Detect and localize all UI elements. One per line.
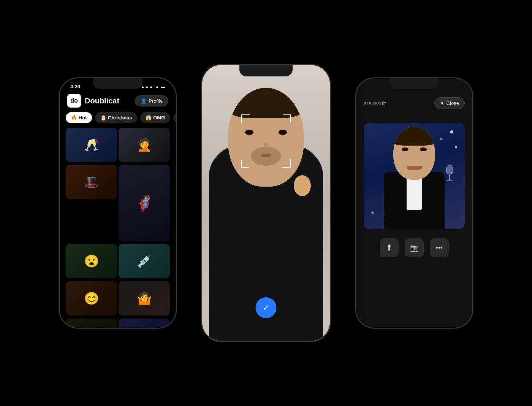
glass-stem — [449, 174, 450, 180]
cat-ear — [294, 175, 311, 196]
light-2 — [440, 138, 442, 140]
meme-cell-5[interactable]: 😮 — [66, 244, 117, 278]
meme-img-7: 😊 — [66, 281, 117, 316]
phone-middle: ✓ — [201, 64, 331, 342]
meme-cell-3[interactable]: 🎩 — [66, 165, 117, 199]
meme-cell-1[interactable]: 🥂 — [66, 128, 117, 162]
close-button[interactable]: ✕ Close — [434, 97, 465, 109]
tab-omg[interactable]: 😱 OMG — [140, 112, 170, 123]
result-eye-l — [402, 147, 408, 151]
tab-cool[interactable]: 😎 C — [173, 112, 176, 123]
meme-grid: 🥂 🤦 🎩 🦸 — [60, 128, 176, 328]
instagram-icon: 📷 — [410, 244, 418, 252]
checkmark-icon: ✓ — [263, 303, 269, 313]
meme-img-1: 🥂 — [66, 128, 117, 162]
app-name: Doublicat — [85, 97, 119, 105]
confirm-button[interactable]: ✓ — [256, 297, 277, 318]
result-image — [364, 123, 465, 229]
screen-right: are result ✕ Close — [356, 78, 472, 328]
notch-right — [390, 78, 439, 89]
eye-left — [245, 130, 253, 135]
meme-img-6: 💉 — [119, 244, 170, 278]
phone-left: 4:20 ▲▲▲ ▲ ▬ do Doublicat 👤 Profile — [59, 78, 177, 328]
meme-img-2: 🤦 — [119, 128, 170, 162]
meme-cell-9[interactable]: 😤 — [66, 319, 117, 328]
camera-view: ✓ — [202, 65, 330, 341]
facebook-button[interactable]: f — [380, 238, 399, 257]
share-text: are result — [364, 100, 386, 106]
meme-img-5: 😮 — [66, 244, 117, 278]
result-bg — [364, 123, 465, 229]
glass-bowl — [446, 165, 453, 174]
phones-container: 4:20 ▲▲▲ ▲ ▬ do Doublicat 👤 Profile — [0, 0, 532, 406]
meme-cell-10[interactable]: 🎤 — [119, 319, 170, 328]
logo-icon: do — [67, 94, 81, 108]
notch-left — [93, 78, 142, 89]
social-buttons: f 📷 ••• — [356, 229, 472, 266]
tuxedo — [384, 172, 445, 229]
result-hair — [393, 127, 435, 146]
eye-right — [279, 130, 287, 135]
meme-cell-6[interactable]: 💉 — [119, 244, 170, 278]
screen-middle: ✓ — [202, 65, 330, 341]
phone-right: are result ✕ Close — [355, 78, 473, 328]
app-header: do Doublicat 👤 Profile — [60, 92, 176, 112]
meme-img-3: 🎩 — [66, 165, 117, 199]
light-4 — [371, 211, 374, 214]
meme-img-9: 😤 — [66, 319, 117, 328]
glass-base — [447, 180, 452, 181]
instagram-button[interactable]: 📷 — [405, 238, 424, 257]
result-face — [393, 127, 435, 180]
meme-img-8: 🤷 — [119, 281, 170, 316]
mouth — [261, 154, 271, 157]
status-icons-left: ▲▲▲ ▲ ▬ — [141, 84, 165, 89]
wine-glass — [446, 165, 453, 184]
more-button[interactable]: ••• — [430, 238, 449, 257]
time-left: 4:20 — [70, 84, 80, 89]
screen-left: 4:20 ▲▲▲ ▲ ▬ do Doublicat 👤 Profile — [60, 78, 176, 328]
meme-cell-2[interactable]: 🤦 — [119, 128, 170, 162]
tab-hot[interactable]: 🔥 Hot — [66, 112, 92, 123]
meme-cell-4[interactable]: 🦸 — [119, 165, 170, 241]
meme-img-10: 🎤 — [119, 319, 170, 328]
tab-christmas[interactable]: 🎅 Christmas — [95, 112, 137, 123]
more-icon: ••• — [436, 245, 443, 251]
meme-cell-7[interactable]: 😊 — [66, 281, 117, 316]
meme-img-4: 🦸 — [119, 165, 170, 241]
light-1 — [450, 130, 453, 133]
profile-button[interactable]: 👤 Profile — [135, 95, 168, 106]
battery-icon: ▬ — [161, 84, 165, 89]
notch-middle — [239, 65, 293, 76]
meme-cell-8[interactable]: 🤷 — [119, 281, 170, 316]
profile-icon: 👤 — [141, 98, 147, 104]
signal-icon: ▲▲▲ — [141, 84, 153, 89]
result-eye-r — [420, 147, 427, 151]
head-shape — [228, 88, 304, 187]
x-icon: ✕ — [440, 100, 444, 106]
facebook-icon: f — [388, 243, 390, 253]
nose — [264, 143, 268, 147]
wifi-icon: ▲ — [155, 84, 159, 89]
face-swap-result — [364, 123, 465, 229]
hair-shape — [228, 88, 304, 118]
light-3 — [455, 146, 457, 148]
filter-tabs: 🔥 Hot 🎅 Christmas 😱 OMG 😎 C — [60, 112, 176, 128]
app-logo: do Doublicat — [67, 94, 119, 108]
result-smile — [407, 166, 422, 170]
result-image-area — [356, 115, 472, 229]
